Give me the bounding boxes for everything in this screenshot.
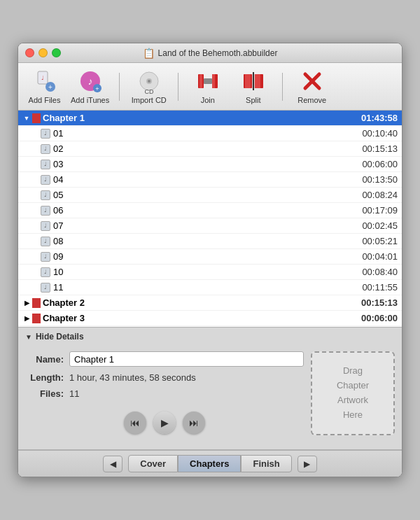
toolbar: ♩ + Add Files ♪ + Add iTunes bbox=[18, 63, 402, 111]
add-files-label: Add Files bbox=[29, 96, 61, 104]
chapter-color-icon-ch1 bbox=[32, 113, 41, 123]
expand-arrow-ch2[interactable]: ▶ bbox=[22, 299, 31, 307]
details-toggle[interactable]: ▼ Hide Details bbox=[18, 328, 402, 346]
file-icon-02: ♩ bbox=[41, 144, 50, 154]
window-icon: 📋 bbox=[143, 48, 155, 59]
close-button[interactable] bbox=[25, 48, 34, 57]
tab-finish[interactable]: Finish bbox=[241, 455, 291, 472]
file-icon-10: ♩ bbox=[41, 267, 50, 277]
svg-text:♪: ♪ bbox=[88, 76, 92, 87]
details-form: Name: Length: 1 hour, 43 minutes, 58 sec… bbox=[25, 351, 304, 441]
svg-text:♩: ♩ bbox=[41, 75, 44, 81]
svg-rect-13 bbox=[200, 74, 202, 88]
expand-arrow-ch1[interactable]: ▼ bbox=[22, 114, 31, 122]
file-time-05: 00:08:24 bbox=[362, 190, 398, 200]
file-row-10[interactable]: ♩ 10 00:08:40 bbox=[18, 265, 402, 280]
file-time-02: 00:15:13 bbox=[362, 143, 398, 154]
length-row: Length: 1 hour, 43 minutes, 58 seconds bbox=[25, 372, 304, 383]
file-row-07[interactable]: ♩ 07 00:02:45 bbox=[18, 218, 402, 234]
chapter-color-icon-ch3 bbox=[32, 314, 41, 323]
add-files-button[interactable]: ♩ + Add Files bbox=[25, 69, 64, 104]
file-time-06: 00:17:09 bbox=[362, 205, 398, 216]
file-label-02: 02 bbox=[53, 143, 356, 154]
file-time-04: 00:13:50 bbox=[362, 174, 398, 185]
prev-nav-button[interactable]: ◀ bbox=[103, 456, 122, 472]
remove-label: Remove bbox=[298, 96, 326, 104]
files-row: Files: 11 bbox=[25, 388, 304, 399]
chapter-list[interactable]: ▼ Chapter 1 01:43:58 ♩ 01 00:10:40 ♩ 02 … bbox=[18, 111, 402, 328]
join-label: Join bbox=[201, 96, 215, 104]
window-title-text: Land of the Behemoth.abbuilder bbox=[158, 48, 278, 58]
nav-tabs: Cover Chapters Finish bbox=[128, 455, 292, 472]
traffic-lights bbox=[25, 48, 61, 57]
file-icon-05: ♩ bbox=[41, 190, 50, 200]
file-icon-03: ♩ bbox=[41, 160, 50, 169]
file-row-06[interactable]: ♩ 06 00:17:09 bbox=[18, 203, 402, 218]
file-row-03[interactable]: ♩ 03 00:06:00 bbox=[18, 157, 402, 172]
next-nav-button[interactable]: ▶ bbox=[298, 456, 317, 472]
join-icon bbox=[195, 69, 220, 94]
file-label-11: 11 bbox=[53, 282, 356, 293]
remove-button[interactable]: Remove bbox=[293, 69, 331, 104]
artwork-drop-zone[interactable]: Drag Chapter Artwork Here bbox=[311, 351, 395, 435]
title-bar: 📋 Land of the Behemoth.abbuilder bbox=[18, 43, 402, 63]
file-row-04[interactable]: ♩ 04 00:13:50 bbox=[18, 172, 402, 188]
forward-button[interactable]: ⏭ bbox=[183, 412, 205, 434]
chapter-row-2[interactable]: ▶ Chapter 2 00:15:13 bbox=[18, 295, 402, 311]
tab-chapters-label: Chapters bbox=[190, 458, 229, 469]
chapter-time-ch1: 01:43:58 bbox=[361, 113, 398, 123]
add-itunes-icon: ♪ + bbox=[78, 69, 103, 94]
file-label-05: 05 bbox=[53, 190, 356, 200]
prev-arrow-icon: ◀ bbox=[110, 459, 116, 469]
file-label-06: 06 bbox=[53, 205, 356, 216]
details-header-label: Hide Details bbox=[36, 332, 84, 342]
svg-rect-21 bbox=[255, 74, 260, 88]
file-row-08[interactable]: ♩ 08 00:05:21 bbox=[18, 234, 402, 249]
file-time-08: 00:05:21 bbox=[362, 236, 398, 246]
next-arrow-icon: ▶ bbox=[304, 459, 310, 469]
files-label: Files: bbox=[25, 388, 64, 399]
details-panel: ▼ Hide Details Name: Length: 1 hour, 43 … bbox=[18, 328, 402, 450]
file-icon-08: ♩ bbox=[41, 237, 50, 246]
file-label-03: 03 bbox=[53, 159, 356, 169]
file-row-01[interactable]: ♩ 01 00:10:40 bbox=[18, 126, 402, 141]
play-button[interactable]: ▶ bbox=[153, 412, 176, 434]
file-time-09: 00:04:01 bbox=[362, 251, 398, 262]
rewind-button[interactable]: ⏮ bbox=[124, 412, 146, 434]
file-row-11[interactable]: ♩ 11 00:11:55 bbox=[18, 280, 402, 295]
file-row-02[interactable]: ♩ 02 00:15:13 bbox=[18, 141, 402, 157]
add-files-icon: ♩ + bbox=[32, 69, 57, 94]
maximize-button[interactable] bbox=[52, 48, 61, 57]
svg-rect-19 bbox=[245, 74, 251, 88]
svg-text:+: + bbox=[48, 83, 52, 91]
file-time-11: 00:11:55 bbox=[362, 282, 398, 293]
toolbar-separator-3 bbox=[282, 73, 283, 101]
split-label: Split bbox=[246, 96, 260, 104]
file-time-03: 00:06:00 bbox=[362, 159, 398, 169]
import-cd-button[interactable]: CD Import CD bbox=[130, 69, 168, 104]
name-label: Name: bbox=[25, 354, 64, 365]
file-icon-11: ♩ bbox=[41, 283, 50, 293]
file-row-05[interactable]: ♩ 05 00:08:24 bbox=[18, 188, 402, 203]
svg-rect-16 bbox=[204, 78, 212, 84]
chapter-color-icon-ch2 bbox=[32, 298, 41, 308]
files-value: 11 bbox=[69, 388, 79, 399]
file-label-01: 01 bbox=[53, 128, 356, 139]
file-row-09[interactable]: ♩ 09 00:04:01 bbox=[18, 249, 402, 265]
add-itunes-button[interactable]: ♪ + Add iTunes bbox=[71, 69, 109, 104]
join-button[interactable]: Join bbox=[188, 69, 227, 104]
svg-text:CD: CD bbox=[144, 88, 153, 94]
svg-rect-15 bbox=[212, 74, 215, 88]
tab-cover[interactable]: Cover bbox=[128, 455, 178, 472]
chapter-row-1[interactable]: ▼ Chapter 1 01:43:58 bbox=[18, 111, 402, 126]
minimize-button[interactable] bbox=[38, 48, 48, 57]
tab-chapters[interactable]: Chapters bbox=[178, 455, 241, 472]
expand-arrow-ch3[interactable]: ▶ bbox=[22, 314, 31, 323]
name-input[interactable] bbox=[69, 351, 304, 367]
chapter-row-3[interactable]: ▶ Chapter 3 00:06:00 bbox=[18, 311, 402, 326]
tab-finish-label: Finish bbox=[253, 458, 279, 469]
bottom-nav: ◀ Cover Chapters Finish ▶ bbox=[18, 450, 402, 477]
tab-cover-label: Cover bbox=[140, 458, 166, 469]
split-button[interactable]: Split bbox=[234, 69, 272, 104]
details-content: Name: Length: 1 hour, 43 minutes, 58 sec… bbox=[18, 346, 402, 449]
